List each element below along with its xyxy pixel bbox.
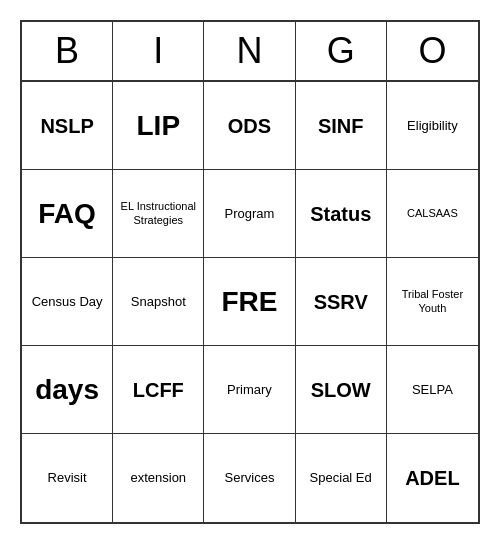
header-cell: I xyxy=(113,22,204,80)
cell-label: Eligibility xyxy=(407,118,458,134)
bingo-cell-r3-c3: SLOW xyxy=(296,346,387,434)
bingo-cell-r1-c0: FAQ xyxy=(22,170,113,258)
cell-label: Status xyxy=(310,202,371,226)
bingo-cell-r0-c3: SINF xyxy=(296,82,387,170)
bingo-cell-r4-c2: Services xyxy=(204,434,295,522)
bingo-cell-r2-c1: Snapshot xyxy=(113,258,204,346)
bingo-cell-r2-c2: FRE xyxy=(204,258,295,346)
header-cell: G xyxy=(296,22,387,80)
cell-label: ODS xyxy=(228,114,271,138)
header-cell: N xyxy=(204,22,295,80)
bingo-card: BINGO NSLPLIPODSSINFEligibilityFAQEL Ins… xyxy=(20,20,480,524)
header-cell: B xyxy=(22,22,113,80)
bingo-cell-r0-c2: ODS xyxy=(204,82,295,170)
cell-label: Services xyxy=(225,470,275,486)
bingo-cell-r0-c1: LIP xyxy=(113,82,204,170)
cell-label: days xyxy=(35,373,99,407)
cell-label: Primary xyxy=(227,382,272,398)
bingo-header: BINGO xyxy=(22,22,478,82)
cell-label: extension xyxy=(130,470,186,486)
bingo-cell-r1-c4: CALSAAS xyxy=(387,170,478,258)
cell-label: NSLP xyxy=(40,114,93,138)
bingo-cell-r4-c1: extension xyxy=(113,434,204,522)
cell-label: SINF xyxy=(318,114,364,138)
cell-label: SELPA xyxy=(412,382,453,398)
cell-label: Special Ed xyxy=(310,470,372,486)
cell-label: ADEL xyxy=(405,466,459,490)
bingo-grid: NSLPLIPODSSINFEligibilityFAQEL Instructi… xyxy=(22,82,478,522)
bingo-cell-r0-c4: Eligibility xyxy=(387,82,478,170)
bingo-cell-r4-c4: ADEL xyxy=(387,434,478,522)
bingo-cell-r2-c4: Tribal Foster Youth xyxy=(387,258,478,346)
bingo-cell-r4-c3: Special Ed xyxy=(296,434,387,522)
cell-label: Program xyxy=(225,206,275,222)
bingo-cell-r3-c0: days xyxy=(22,346,113,434)
bingo-cell-r0-c0: NSLP xyxy=(22,82,113,170)
cell-label: Revisit xyxy=(48,470,87,486)
cell-label: CALSAAS xyxy=(407,207,458,220)
cell-label: Tribal Foster Youth xyxy=(391,288,474,314)
bingo-cell-r2-c0: Census Day xyxy=(22,258,113,346)
cell-label: Snapshot xyxy=(131,294,186,310)
cell-label: LCFF xyxy=(133,378,184,402)
cell-label: FRE xyxy=(221,285,277,319)
header-cell: O xyxy=(387,22,478,80)
cell-label: SSRV xyxy=(314,290,368,314)
bingo-cell-r1-c3: Status xyxy=(296,170,387,258)
bingo-cell-r3-c1: LCFF xyxy=(113,346,204,434)
bingo-cell-r3-c4: SELPA xyxy=(387,346,478,434)
bingo-cell-r1-c1: EL Instructional Strategies xyxy=(113,170,204,258)
cell-label: Census Day xyxy=(32,294,103,310)
cell-label: EL Instructional Strategies xyxy=(117,200,199,226)
bingo-cell-r1-c2: Program xyxy=(204,170,295,258)
bingo-cell-r4-c0: Revisit xyxy=(22,434,113,522)
bingo-cell-r3-c2: Primary xyxy=(204,346,295,434)
bingo-cell-r2-c3: SSRV xyxy=(296,258,387,346)
cell-label: FAQ xyxy=(38,197,96,231)
cell-label: SLOW xyxy=(311,378,371,402)
cell-label: LIP xyxy=(137,109,181,143)
